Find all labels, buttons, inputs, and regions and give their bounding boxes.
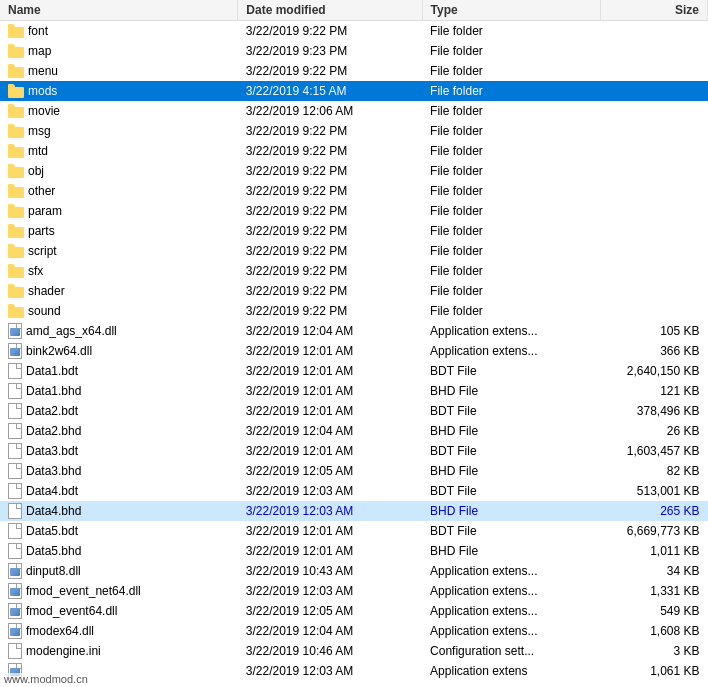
file-type: File folder [422, 141, 600, 161]
table-row[interactable]: map3/22/2019 9:23 PMFile folder [0, 41, 708, 61]
table-row[interactable]: dinput8.dll3/22/2019 10:43 AMApplication… [0, 561, 708, 581]
table-row[interactable]: Data3.bdt3/22/2019 12:01 AMBDT File1,603… [0, 441, 708, 461]
table-row[interactable]: Data2.bhd3/22/2019 12:04 AMBHD File26 KB [0, 421, 708, 441]
file-type: BDT File [422, 361, 600, 381]
dll-icon [8, 563, 22, 579]
table-row[interactable]: obj3/22/2019 9:22 PMFile folder [0, 161, 708, 181]
table-row[interactable]: sound3/22/2019 9:22 PMFile folder [0, 301, 708, 321]
file-type: File folder [422, 221, 600, 241]
size-column-header[interactable]: Size [600, 0, 707, 21]
file-name: Data2.bdt [26, 404, 78, 418]
date-column-header[interactable]: Date modified [238, 0, 422, 21]
file-name: font [28, 24, 48, 38]
file-name: map [28, 44, 51, 58]
file-size [600, 81, 707, 101]
folder-icon [8, 24, 24, 38]
file-icon [8, 363, 22, 379]
folder-icon [8, 124, 24, 138]
table-row[interactable]: modengine.ini3/22/2019 10:46 AMConfigura… [0, 641, 708, 661]
file-type: File folder [422, 161, 600, 181]
table-row[interactable]: menu3/22/2019 9:22 PMFile folder [0, 61, 708, 81]
table-row[interactable]: amd_ags_x64.dll3/22/2019 12:04 AMApplica… [0, 321, 708, 341]
file-size: 3 KB [600, 641, 707, 661]
table-row[interactable]: mods3/22/2019 4:15 AMFile folder [0, 81, 708, 101]
table-row[interactable]: Data1.bdt3/22/2019 12:01 AMBDT File2,640… [0, 361, 708, 381]
file-type: Application extens... [422, 581, 600, 601]
file-size [600, 301, 707, 321]
table-row[interactable]: bink2w64.dll3/22/2019 12:01 AMApplicatio… [0, 341, 708, 361]
table-row[interactable]: fmod_event_net64.dll3/22/2019 12:03 AMAp… [0, 581, 708, 601]
file-icon [8, 423, 22, 439]
file-size: 105 KB [600, 321, 707, 341]
file-name: parts [28, 224, 55, 238]
file-explorer-list[interactable]: Name Date modified Type Size font3/22/20… [0, 0, 708, 687]
folder-icon [8, 64, 24, 78]
file-size [600, 181, 707, 201]
table-row[interactable]: fmod_event64.dll3/22/2019 12:05 AMApplic… [0, 601, 708, 621]
file-type: File folder [422, 41, 600, 61]
file-name: fmod_event64.dll [26, 604, 117, 618]
file-date: 3/22/2019 9:22 PM [238, 121, 422, 141]
file-size: 6,669,773 KB [600, 521, 707, 541]
file-name: menu [28, 64, 58, 78]
file-size [600, 161, 707, 181]
table-row[interactable]: movie3/22/2019 12:06 AMFile folder [0, 101, 708, 121]
file-icon [8, 503, 22, 519]
table-row[interactable]: Data3.bhd3/22/2019 12:05 AMBHD File82 KB [0, 461, 708, 481]
file-size: 82 KB [600, 461, 707, 481]
file-name: modengine.ini [26, 644, 101, 658]
table-row[interactable]: shader3/22/2019 9:22 PMFile folder [0, 281, 708, 301]
file-date: 3/22/2019 12:06 AM [238, 101, 422, 121]
file-size: 1,061 KB [600, 661, 707, 681]
file-date: 3/22/2019 12:04 AM [238, 421, 422, 441]
file-name: fmodex64.dll [26, 624, 94, 638]
table-row[interactable]: Data1.bhd3/22/2019 12:01 AMBHD File121 K… [0, 381, 708, 401]
table-row[interactable]: msg3/22/2019 9:22 PMFile folder [0, 121, 708, 141]
table-row[interactable]: param3/22/2019 9:22 PMFile folder [0, 201, 708, 221]
file-date: 3/22/2019 12:04 AM [238, 321, 422, 341]
file-type: BHD File [422, 381, 600, 401]
file-size: 1,608 KB [600, 621, 707, 641]
file-type: Application extens... [422, 341, 600, 361]
file-name: Data1.bhd [26, 384, 81, 398]
table-row[interactable]: script3/22/2019 9:22 PMFile folder [0, 241, 708, 261]
folder-icon [8, 164, 24, 178]
table-row[interactable]: parts3/22/2019 9:22 PMFile folder [0, 221, 708, 241]
table-row[interactable]: font3/22/2019 9:22 PMFile folder [0, 21, 708, 41]
file-date: 3/22/2019 12:05 AM [238, 601, 422, 621]
folder-icon [8, 224, 24, 238]
table-row[interactable]: sfx3/22/2019 9:22 PMFile folder [0, 261, 708, 281]
table-row[interactable]: Data4.bdt3/22/2019 12:03 AMBDT File513,0… [0, 481, 708, 501]
file-name: Data1.bdt [26, 364, 78, 378]
file-size [600, 281, 707, 301]
dll-icon [8, 323, 22, 339]
table-row[interactable]: Data2.bdt3/22/2019 12:01 AMBDT File378,4… [0, 401, 708, 421]
type-column-header[interactable]: Type [422, 0, 600, 21]
file-size: 378,496 KB [600, 401, 707, 421]
name-column-header[interactable]: Name [0, 0, 238, 21]
file-date: 3/22/2019 9:22 PM [238, 221, 422, 241]
file-date: 3/22/2019 12:01 AM [238, 441, 422, 461]
file-name: fmod_event_net64.dll [26, 584, 141, 598]
file-type: Application extens... [422, 601, 600, 621]
table-row[interactable]: fmodex64.dll3/22/2019 12:04 AMApplicatio… [0, 621, 708, 641]
file-size [600, 21, 707, 41]
file-size [600, 221, 707, 241]
file-size: 2,640,150 KB [600, 361, 707, 381]
table-row[interactable]: other3/22/2019 9:22 PMFile folder [0, 181, 708, 201]
file-type: File folder [422, 261, 600, 281]
file-size [600, 261, 707, 281]
table-row[interactable]: Data5.bhd3/22/2019 12:01 AMBHD File1,011… [0, 541, 708, 561]
file-type: BDT File [422, 521, 600, 541]
file-date: 3/22/2019 12:04 AM [238, 621, 422, 641]
watermark: www.modmod.cn [0, 673, 92, 685]
table-row[interactable]: mtd3/22/2019 9:22 PMFile folder [0, 141, 708, 161]
file-type: File folder [422, 121, 600, 141]
table-row[interactable]: 3/22/2019 12:03 AMApplication extens1,06… [0, 661, 708, 681]
table-row[interactable]: Data5.bdt3/22/2019 12:01 AMBDT File6,669… [0, 521, 708, 541]
table-row[interactable]: Data4.bhd3/22/2019 12:03 AMBHD File265 K… [0, 501, 708, 521]
file-type: Application extens... [422, 321, 600, 341]
file-date: 3/22/2019 12:03 AM [238, 661, 422, 681]
file-size: 1,603,457 KB [600, 441, 707, 461]
file-type: File folder [422, 101, 600, 121]
